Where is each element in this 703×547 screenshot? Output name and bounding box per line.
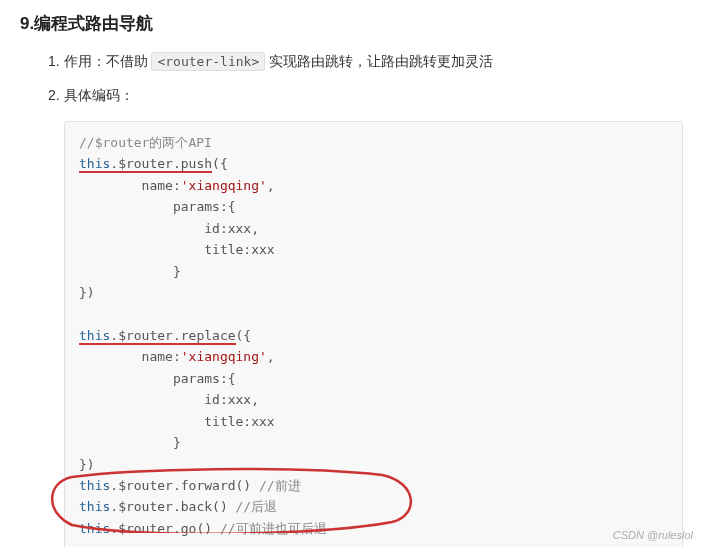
code-comment: //前进 <box>259 478 301 493</box>
code-text: .$router.forward() <box>110 478 259 493</box>
code-text: }) <box>79 285 95 300</box>
code-keyword: this <box>79 156 110 171</box>
code-comment: //$router的两个API <box>79 135 212 150</box>
code-keyword: this <box>79 328 110 343</box>
code-text: ({ <box>212 156 228 171</box>
code-keyword: this <box>79 478 110 493</box>
code-text: , <box>267 178 275 193</box>
code-text: title:xxx <box>79 414 275 429</box>
code-comment: //可前进也可后退 <box>220 521 327 536</box>
watermark: CSDN @ruleslol <box>613 529 693 541</box>
code-text: name: <box>79 349 181 364</box>
item1-prefix: 1. 作用：不借助 <box>48 53 151 69</box>
list-item-1: 1. 作用：不借助 <router-link> 实现路由跳转，让路由跳转更加灵活 <box>48 53 683 71</box>
code-text: .$router.replace <box>110 328 235 343</box>
code-text: }) <box>79 457 95 472</box>
item1-suffix: 实现路由跳转，让路由跳转更加灵活 <box>265 53 493 69</box>
code-text: .$router.push <box>110 156 212 171</box>
code-text: .$router.back() <box>110 499 235 514</box>
code-text: params:{ <box>79 199 236 214</box>
code-text: , <box>267 349 275 364</box>
code-text: name: <box>79 178 181 193</box>
inline-code-router-link: <router-link> <box>151 52 265 71</box>
code-text: title:xxx <box>79 242 275 257</box>
code-text: params:{ <box>79 371 236 386</box>
list-item-2: 2. 具体编码： <box>48 87 683 105</box>
code-block: //$router的两个API this.$router.push({ name… <box>64 121 683 547</box>
code-comment: //后退 <box>236 499 278 514</box>
code-text: } <box>79 264 181 279</box>
code-keyword: this <box>79 499 110 514</box>
code-text: .$router.go() <box>110 521 220 536</box>
code-text: id:xxx, <box>79 392 259 407</box>
section-heading: 9.编程式路由导航 <box>20 12 683 35</box>
code-keyword: this <box>79 521 110 536</box>
code-text: } <box>79 435 181 450</box>
code-text: ({ <box>236 328 252 343</box>
code-text: id:xxx, <box>79 221 259 236</box>
code-string: 'xiangqing' <box>181 178 267 193</box>
code-string: 'xiangqing' <box>181 349 267 364</box>
